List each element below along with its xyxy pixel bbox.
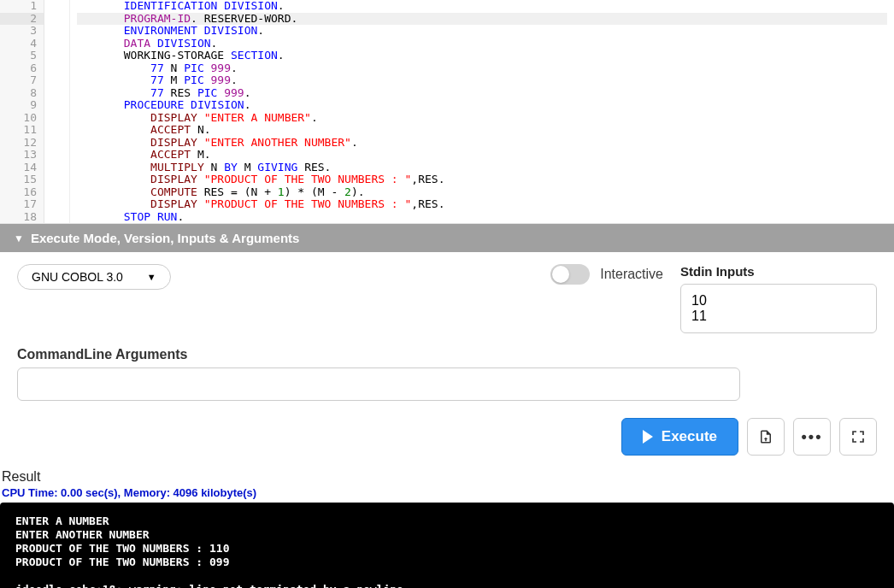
code-line[interactable]: DISPLAY "PRODUCT OF THE TWO NUMBERS : ",…	[77, 173, 887, 186]
fullscreen-button[interactable]	[839, 418, 877, 456]
line-number[interactable]: 4	[0, 38, 44, 50]
execute-label: Execute	[662, 428, 717, 445]
code-line[interactable]: DISPLAY "ENTER A NUMBER".	[77, 112, 887, 125]
stdin-input[interactable]	[680, 284, 877, 333]
line-number[interactable]: 15	[0, 173, 44, 186]
line-number[interactable]: 3	[0, 25, 44, 38]
line-number[interactable]: 6	[0, 62, 44, 75]
line-number[interactable]: 10	[0, 112, 44, 125]
cmdline-label: CommandLine Arguments	[17, 347, 877, 362]
save-file-button[interactable]	[747, 418, 785, 456]
line-number[interactable]: 5	[0, 50, 44, 62]
code-line[interactable]: 77 M PIC 999.	[77, 74, 887, 87]
interactive-group: Interactive	[550, 264, 663, 285]
code-line[interactable]: STOP RUN.	[77, 211, 887, 224]
line-number[interactable]: 11	[0, 124, 44, 137]
version-label: GNU COBOL 3.0	[32, 270, 123, 284]
code-line[interactable]: DATA DIVISION.	[77, 38, 887, 50]
code-line[interactable]: 77 RES PIC 999.	[77, 87, 887, 100]
code-line[interactable]: ENVIRONMENT DIVISION.	[77, 25, 887, 38]
chevron-down-icon: ▼	[14, 232, 24, 244]
code-line[interactable]: MULTIPLY N BY M GIVING RES.	[77, 162, 887, 174]
line-number[interactable]: 13	[0, 149, 44, 162]
code-area[interactable]: IDENTIFICATION DIVISION. PROGRAM-ID. RES…	[70, 0, 894, 223]
code-line[interactable]: IDENTIFICATION DIVISION.	[77, 0, 887, 13]
controls-row: GNU COBOL 3.0 ▼ Interactive Stdin Inputs	[0, 252, 894, 337]
execute-button[interactable]: Execute	[621, 418, 738, 456]
chevron-down-icon: ▼	[147, 272, 156, 282]
line-number[interactable]: 17	[0, 198, 44, 211]
section-title: Execute Mode, Version, Inputs & Argument…	[31, 231, 300, 245]
result-stats: CPU Time: 0.00 sec(s), Memory: 4096 kilo…	[2, 486, 894, 499]
line-number[interactable]: 7	[0, 74, 44, 87]
line-gutter: 123456789101112131415161718	[0, 0, 44, 223]
more-icon: •••	[802, 428, 823, 446]
code-line[interactable]: 77 N PIC 999.	[77, 62, 887, 75]
line-number[interactable]: 2	[0, 13, 44, 26]
result-label: Result	[2, 469, 894, 485]
code-line[interactable]: COMPUTE RES = (N + 1) * (M - 2).	[77, 186, 887, 199]
code-editor[interactable]: 123456789101112131415161718 IDENTIFICATI…	[0, 0, 894, 224]
interactive-label: Interactive	[600, 267, 663, 282]
play-icon	[643, 430, 653, 444]
line-number[interactable]: 16	[0, 186, 44, 199]
toggle-knob	[552, 266, 569, 283]
code-line[interactable]: DISPLAY "ENTER ANOTHER NUMBER".	[77, 137, 887, 150]
code-line[interactable]: WORKING-STORAGE SECTION.	[77, 50, 887, 62]
code-line[interactable]: ACCEPT N.	[77, 124, 887, 137]
save-file-icon	[758, 429, 773, 444]
terminal-output[interactable]: ENTER A NUMBER ENTER ANOTHER NUMBER PROD…	[0, 503, 894, 588]
line-number[interactable]: 9	[0, 99, 44, 112]
line-number[interactable]: 8	[0, 87, 44, 100]
line-number[interactable]: 1	[0, 0, 44, 13]
gutter-margin	[44, 0, 70, 223]
code-line[interactable]: PROGRAM-ID. RESERVED-WORD.	[77, 13, 887, 26]
stdin-label: Stdin Inputs	[680, 264, 877, 279]
section-header[interactable]: ▼ Execute Mode, Version, Inputs & Argume…	[0, 224, 894, 252]
fullscreen-icon	[851, 430, 865, 444]
line-number[interactable]: 14	[0, 162, 44, 174]
line-number[interactable]: 12	[0, 137, 44, 150]
code-line[interactable]: DISPLAY "PRODUCT OF THE TWO NUMBERS : ",…	[77, 198, 887, 211]
more-button[interactable]: •••	[793, 418, 831, 456]
stdin-group: Stdin Inputs	[680, 264, 877, 337]
button-row: Execute •••	[0, 409, 894, 464]
cmdline-input[interactable]	[17, 368, 740, 401]
code-line[interactable]: PROCEDURE DIVISION.	[77, 99, 887, 112]
line-number[interactable]: 18	[0, 211, 44, 224]
version-select[interactable]: GNU COBOL 3.0 ▼	[17, 264, 171, 290]
code-line[interactable]: ACCEPT M.	[77, 149, 887, 162]
interactive-toggle[interactable]	[550, 264, 590, 285]
